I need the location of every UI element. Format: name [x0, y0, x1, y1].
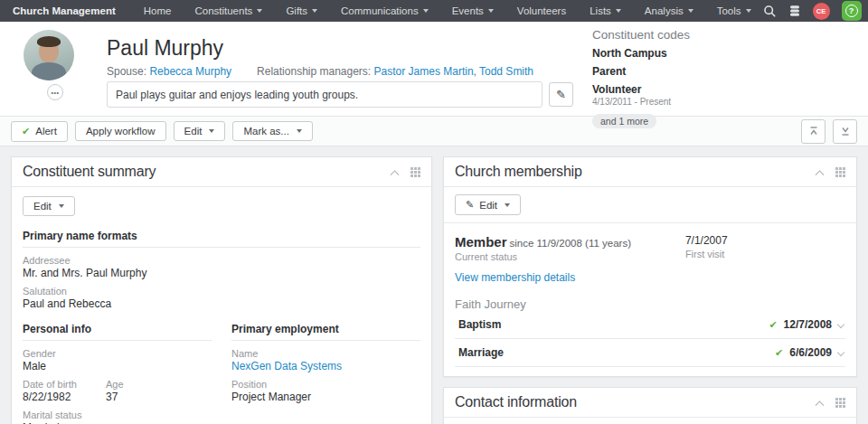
nav-constituents[interactable]: Constituents — [194, 5, 262, 16]
faith-journey-heading: Faith Journey — [455, 297, 845, 311]
record-header: ••• Paul Murphy Spouse: Rebecca Murphy R… — [0, 22, 868, 116]
pencil-icon: ✎ — [466, 199, 474, 211]
summary-edit-button[interactable]: Edit — [23, 196, 75, 216]
tile-header: Contact information — [444, 388, 856, 418]
constituent-code-dates: 4/13/2011 - Present — [592, 97, 818, 107]
collapse-tile-icon[interactable] — [391, 170, 400, 179]
photo-more-button[interactable]: ••• — [47, 84, 63, 100]
tile-header: Constituent summary — [12, 157, 431, 187]
addressee-field: Addressee Mr. and Mrs. Paul Murphy — [23, 255, 420, 279]
nav-home[interactable]: Home — [144, 5, 172, 16]
nav-events[interactable]: Events — [452, 5, 494, 16]
collapse-tile-icon[interactable] — [816, 400, 825, 410]
edit-menu-button[interactable]: Edit — [174, 121, 226, 141]
codes-more-badge[interactable]: and 1 more — [592, 114, 656, 128]
salutation-field: Salutation Paul and Rebecca — [23, 286, 420, 310]
age-field: Age 37 — [106, 379, 124, 403]
employer-link[interactable]: NexGen Data Systems — [231, 360, 342, 372]
view-membership-details-link[interactable]: View membership details — [455, 271, 575, 284]
current-status-field: Membersince 11/9/2008 (11 years) Current… — [455, 234, 685, 262]
personal-info-column: Personal info Gender Male Date of birth … — [23, 323, 212, 424]
faith-row-marriage[interactable]: Marriage ✔ 6/6/2009 — [455, 339, 845, 367]
caret-down-icon — [312, 9, 317, 13]
nav-communications[interactable]: Communications — [341, 5, 429, 16]
nav-tools[interactable]: Tools — [717, 5, 751, 16]
constituent-code: Parent — [592, 65, 818, 78]
dob-field: Date of birth 8/22/1982 — [23, 379, 106, 403]
bio-field[interactable]: Paul plays guitar and enjoys leading you… — [107, 81, 542, 108]
check-icon: ✔ — [22, 126, 30, 137]
tile-title: Church membership — [455, 164, 582, 180]
constituent-summary-tile: Constituent summary Edit Primary name fo… — [11, 156, 432, 424]
check-icon: ✔ — [769, 319, 777, 331]
page-title: Paul Murphy — [107, 36, 223, 61]
caret-down-icon — [59, 204, 64, 208]
gender-field: Gender Male — [23, 348, 212, 372]
employer-field: Name NexGen Data Systems — [231, 348, 420, 372]
user-avatar[interactable]: CE — [813, 3, 830, 20]
caret-down-icon — [505, 203, 510, 207]
collapse-tile-icon[interactable] — [816, 170, 825, 179]
caret-down-icon — [297, 129, 302, 133]
section-heading: Personal info — [23, 323, 212, 341]
tile-header: Church membership — [444, 157, 856, 187]
edit-bio-button[interactable]: ✎ — [549, 82, 573, 107]
tile-title: Constituent summary — [23, 164, 156, 180]
expand-all-button[interactable] — [833, 119, 857, 144]
apply-workflow-button[interactable]: Apply workflow — [75, 121, 166, 141]
alert-button[interactable]: ✔Alert — [11, 121, 68, 142]
spouse-link[interactable]: Rebecca Murphy — [149, 65, 231, 78]
chevron-down-icon[interactable] — [837, 349, 844, 356]
database-icon[interactable] — [788, 5, 801, 17]
nav-analysis[interactable]: Analysis — [645, 5, 693, 16]
caret-down-icon — [488, 9, 494, 13]
first-visit-field: 7/1/2007 First visit — [685, 234, 845, 262]
primary-employment-column: Primary employment Name NexGen Data Syst… — [231, 323, 420, 424]
constituent-code: Volunteer — [592, 83, 818, 96]
app-title[interactable]: Church Management — [13, 5, 116, 16]
drag-handle-icon[interactable] — [835, 167, 845, 177]
section-heading: Primary name formats — [23, 230, 420, 248]
faith-row-baptism[interactable]: Baptism ✔ 12/7/2008 — [455, 311, 845, 339]
constituent-codes: Constituent codes North Campus Parent Vo… — [592, 28, 818, 128]
spouse-label: Spouse: — [107, 65, 146, 78]
check-icon: ✔ — [775, 347, 783, 359]
nav-volunteers[interactable]: Volunteers — [517, 5, 566, 16]
content-area: Constituent summary Edit Primary name fo… — [0, 146, 868, 424]
relationship-managers-link[interactable]: Pastor James Martin, Todd Smith — [374, 65, 534, 78]
help-icon[interactable]: ? — [842, 1, 862, 21]
profile-photo[interactable] — [24, 30, 74, 80]
nav-lists[interactable]: Lists — [590, 5, 621, 16]
chevron-down-icon[interactable] — [837, 321, 844, 328]
member-status: Member — [455, 234, 507, 250]
church-membership-tile: Church membership ✎Edit Membersince 11/9… — [443, 156, 857, 377]
constituent-codes-title: Constituent codes — [592, 28, 818, 42]
caret-down-icon — [688, 9, 693, 13]
photo-silhouette — [32, 62, 66, 80]
membership-edit-button[interactable]: ✎Edit — [455, 194, 521, 215]
pencil-icon: ✎ — [556, 88, 566, 101]
contact-information-tile: Contact information Edit Include inactiv… — [443, 387, 857, 424]
top-navbar: Church Management Home Constituents Gift… — [0, 0, 868, 22]
search-icon[interactable] — [763, 5, 777, 18]
relationship-managers-label: Relationship managers: — [257, 65, 371, 78]
tile-title: Contact information — [455, 394, 577, 410]
photo-silhouette — [37, 36, 61, 47]
drag-handle-icon[interactable] — [410, 167, 420, 177]
record-meta: Spouse: Rebecca Murphy Relationship mana… — [107, 65, 533, 78]
drag-handle-icon[interactable] — [835, 398, 845, 408]
mark-as-menu-button[interactable]: Mark as... — [232, 121, 312, 141]
caret-down-icon — [616, 9, 621, 13]
nav-gifts[interactable]: Gifts — [286, 5, 317, 16]
caret-down-icon — [746, 9, 751, 13]
constituent-code: North Campus — [592, 47, 818, 60]
marital-status-field: Marital status Married — [23, 410, 212, 424]
section-heading: Primary employment — [231, 323, 420, 341]
position-field: Position Project Manager — [231, 379, 420, 403]
caret-down-icon — [423, 9, 429, 13]
caret-down-icon — [209, 129, 214, 133]
caret-down-icon — [257, 9, 262, 13]
